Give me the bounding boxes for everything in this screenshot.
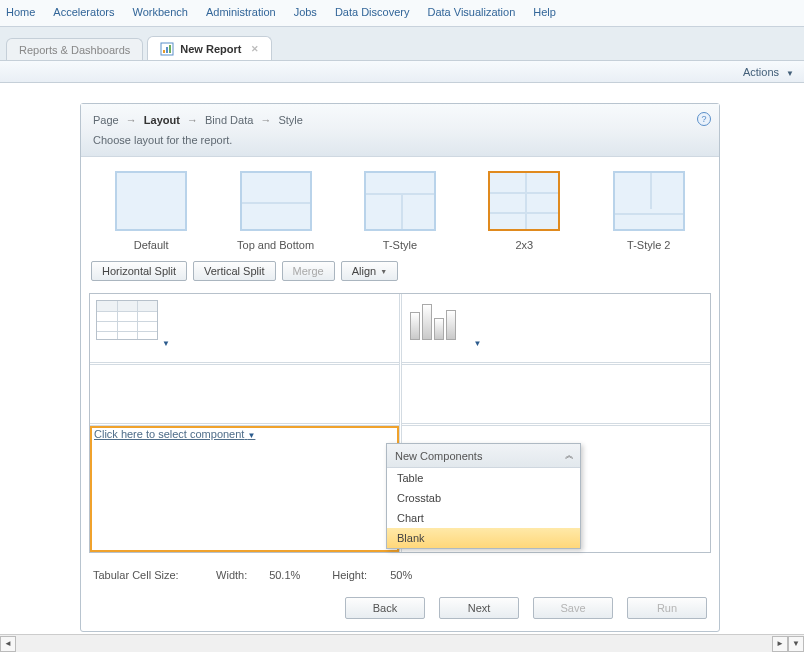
layout-label: 2x3	[469, 239, 579, 251]
layout-t-style[interactable]: T-Style	[345, 171, 455, 251]
workspace: Page → Layout → Bind Data → Style ? Choo…	[0, 83, 804, 641]
layout-label: Default	[96, 239, 206, 251]
grid-cell-2-2[interactable]	[402, 365, 711, 423]
tab-reports-dashboards[interactable]: Reports & Dashboards	[6, 38, 143, 60]
popup-item-crosstab[interactable]: Crosstab	[387, 488, 580, 508]
menu-data-visualization[interactable]: Data Visualization	[427, 6, 515, 18]
run-button: Run	[627, 597, 707, 619]
help-icon[interactable]: ?	[697, 112, 711, 126]
wizard-panel: Page → Layout → Bind Data → Style ? Choo…	[80, 103, 720, 632]
popup-title: New Components	[395, 450, 482, 462]
layout-thumb	[240, 171, 312, 231]
actions-menu[interactable]: Actions ▼	[743, 66, 794, 78]
svg-rect-1	[163, 50, 165, 53]
link-label: Click here to select component	[94, 428, 244, 440]
next-button[interactable]: Next	[439, 597, 519, 619]
table-icon	[96, 300, 158, 340]
svg-rect-3	[169, 45, 171, 53]
popup-item-chart[interactable]: Chart	[387, 508, 580, 528]
menu-help[interactable]: Help	[533, 6, 556, 18]
close-icon[interactable]: ✕	[251, 44, 259, 54]
report-icon	[160, 42, 174, 56]
menu-home[interactable]: Home	[6, 6, 35, 18]
step-page[interactable]: Page	[93, 114, 119, 126]
menu-administration[interactable]: Administration	[206, 6, 276, 18]
tabbar: Reports & Dashboards New Report ✕	[0, 27, 804, 61]
layout-label: Top and Bottom	[221, 239, 331, 251]
chevron-down-icon[interactable]: ▼	[162, 339, 170, 348]
popup-item-blank[interactable]: Blank	[387, 528, 580, 548]
height-value: 50%	[390, 569, 412, 581]
width-value: 50.1%	[269, 569, 329, 581]
menu-data-discovery[interactable]: Data Discovery	[335, 6, 410, 18]
menu-accelerators[interactable]: Accelerators	[53, 6, 114, 18]
svg-rect-2	[166, 47, 168, 53]
menu-jobs[interactable]: Jobs	[294, 6, 317, 18]
tab-new-report[interactable]: New Report ✕	[147, 36, 272, 60]
grid-cell-3-1[interactable]: Click here to select component ▼	[90, 426, 399, 552]
subheading: Choose layout for the report.	[81, 130, 719, 157]
save-button: Save	[533, 597, 613, 619]
horizontal-split-button[interactable]: Horizontal Split	[91, 261, 187, 281]
layout-thumb	[364, 171, 436, 231]
btn-label: Merge	[293, 265, 324, 277]
btn-label: Horizontal Split	[102, 265, 176, 277]
layout-label: T-Style	[345, 239, 455, 251]
grid-cell-1-2[interactable]: ▼	[402, 294, 711, 362]
layout-default[interactable]: Default	[96, 171, 206, 251]
btn-label: Align	[352, 265, 376, 277]
btn-label: Next	[468, 602, 491, 614]
status-label: Tabular Cell Size:	[93, 569, 213, 581]
step-style[interactable]: Style	[278, 114, 302, 126]
menu-workbench[interactable]: Workbench	[132, 6, 187, 18]
wizard-footer: Back Next Save Run	[81, 591, 719, 631]
align-button[interactable]: Align ▼	[341, 261, 398, 281]
chevron-down-icon: ▼	[380, 268, 387, 275]
scroll-right-icon[interactable]: ►	[772, 636, 788, 652]
chart-icon	[408, 300, 470, 340]
scroll-left-icon[interactable]: ◄	[0, 636, 16, 652]
chevron-down-icon: ▼	[247, 431, 255, 440]
grid-cell-2-1[interactable]	[90, 365, 399, 423]
scroll-down-icon[interactable]: ▼	[788, 636, 804, 652]
layout-top-bottom[interactable]: Top and Bottom	[221, 171, 331, 251]
tab-label: New Report	[180, 43, 241, 55]
collapse-icon[interactable]: ︽	[565, 449, 572, 462]
btn-label: Vertical Split	[204, 265, 265, 277]
horizontal-scrollbar[interactable]: ◄ ► ▼	[0, 634, 804, 652]
chevron-down-icon[interactable]: ▼	[474, 339, 482, 348]
status-line: Tabular Cell Size: Width: 50.1% Height: …	[81, 563, 719, 591]
merge-button: Merge	[282, 261, 335, 281]
actions-label: Actions	[743, 66, 779, 78]
layout-thumb	[488, 171, 560, 231]
back-button[interactable]: Back	[345, 597, 425, 619]
grid-cell-1-1[interactable]: ▼	[90, 294, 399, 362]
popup-item-table[interactable]: Table	[387, 468, 580, 488]
btn-label: Save	[560, 602, 585, 614]
layout-t-style-2[interactable]: T-Style 2	[594, 171, 704, 251]
layout-label: T-Style 2	[594, 239, 704, 251]
tab-label: Reports & Dashboards	[19, 44, 130, 56]
layout-options: Default Top and Bottom T-Style	[81, 157, 719, 257]
arrow-icon: →	[260, 114, 271, 126]
actionbar: Actions ▼	[0, 61, 804, 83]
arrow-icon: →	[187, 114, 198, 126]
arrow-icon: →	[126, 114, 137, 126]
height-label: Height:	[332, 569, 387, 581]
layout-thumb	[613, 171, 685, 231]
chevron-down-icon: ▼	[786, 69, 794, 78]
layout-thumb	[115, 171, 187, 231]
vertical-split-button[interactable]: Vertical Split	[193, 261, 276, 281]
new-components-popup: New Components ︽ Table Crosstab Chart Bl…	[386, 443, 581, 549]
layout-toolbar: Horizontal Split Vertical Split Merge Al…	[81, 257, 719, 289]
step-layout[interactable]: Layout	[144, 114, 180, 126]
select-component-link[interactable]: Click here to select component ▼	[94, 428, 255, 440]
layout-2x3[interactable]: 2x3	[469, 171, 579, 251]
btn-label: Back	[373, 602, 397, 614]
step-bind-data[interactable]: Bind Data	[205, 114, 253, 126]
scroll-track[interactable]	[16, 636, 772, 652]
menubar: Home Accelerators Workbench Administrati…	[0, 0, 804, 27]
breadcrumb: Page → Layout → Bind Data → Style ?	[81, 104, 719, 130]
btn-label: Run	[657, 602, 677, 614]
popup-header[interactable]: New Components ︽	[387, 444, 580, 468]
